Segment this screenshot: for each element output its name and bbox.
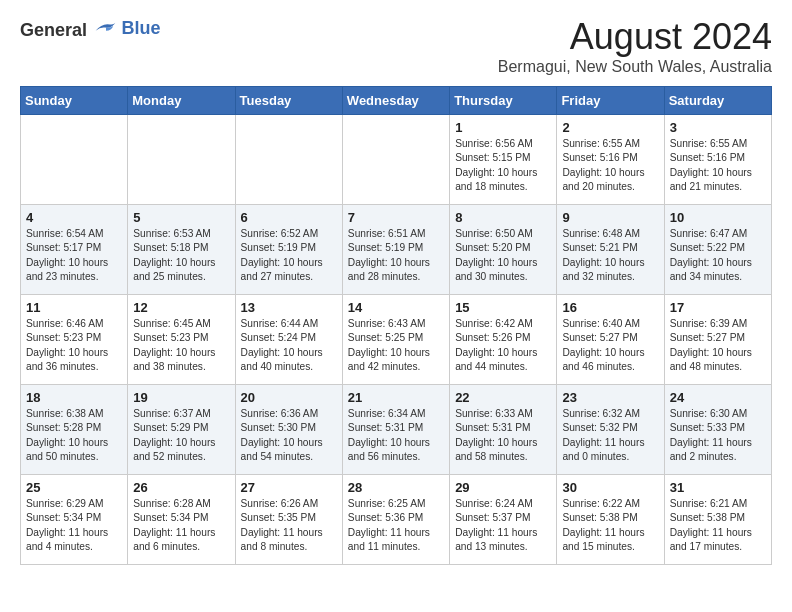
day-info: Sunrise: 6:46 AM Sunset: 5:23 PM Dayligh…	[26, 317, 122, 374]
day-info: Sunrise: 6:42 AM Sunset: 5:26 PM Dayligh…	[455, 317, 551, 374]
day-number: 7	[348, 210, 444, 225]
calendar-cell: 18Sunrise: 6:38 AM Sunset: 5:28 PM Dayli…	[21, 385, 128, 475]
day-info: Sunrise: 6:45 AM Sunset: 5:23 PM Dayligh…	[133, 317, 229, 374]
day-number: 24	[670, 390, 766, 405]
calendar-cell: 29Sunrise: 6:24 AM Sunset: 5:37 PM Dayli…	[450, 475, 557, 565]
calendar-cell: 24Sunrise: 6:30 AM Sunset: 5:33 PM Dayli…	[664, 385, 771, 475]
day-info: Sunrise: 6:53 AM Sunset: 5:18 PM Dayligh…	[133, 227, 229, 284]
day-number: 19	[133, 390, 229, 405]
calendar-cell: 4Sunrise: 6:54 AM Sunset: 5:17 PM Daylig…	[21, 205, 128, 295]
day-number: 26	[133, 480, 229, 495]
calendar-cell: 13Sunrise: 6:44 AM Sunset: 5:24 PM Dayli…	[235, 295, 342, 385]
calendar-cell	[235, 115, 342, 205]
day-info: Sunrise: 6:33 AM Sunset: 5:31 PM Dayligh…	[455, 407, 551, 464]
day-number: 6	[241, 210, 337, 225]
day-number: 16	[562, 300, 658, 315]
calendar-cell: 3Sunrise: 6:55 AM Sunset: 5:16 PM Daylig…	[664, 115, 771, 205]
day-info: Sunrise: 6:55 AM Sunset: 5:16 PM Dayligh…	[562, 137, 658, 194]
day-info: Sunrise: 6:36 AM Sunset: 5:30 PM Dayligh…	[241, 407, 337, 464]
day-info: Sunrise: 6:38 AM Sunset: 5:28 PM Dayligh…	[26, 407, 122, 464]
calendar-week-row: 4Sunrise: 6:54 AM Sunset: 5:17 PM Daylig…	[21, 205, 772, 295]
title-section: August 2024 Bermagui, New South Wales, A…	[498, 16, 772, 76]
day-info: Sunrise: 6:44 AM Sunset: 5:24 PM Dayligh…	[241, 317, 337, 374]
day-number: 9	[562, 210, 658, 225]
calendar-cell: 31Sunrise: 6:21 AM Sunset: 5:38 PM Dayli…	[664, 475, 771, 565]
logo: General Blue	[20, 16, 161, 41]
calendar-cell: 30Sunrise: 6:22 AM Sunset: 5:38 PM Dayli…	[557, 475, 664, 565]
day-number: 29	[455, 480, 551, 495]
calendar-week-row: 25Sunrise: 6:29 AM Sunset: 5:34 PM Dayli…	[21, 475, 772, 565]
col-monday: Monday	[128, 87, 235, 115]
calendar-cell: 12Sunrise: 6:45 AM Sunset: 5:23 PM Dayli…	[128, 295, 235, 385]
day-info: Sunrise: 6:24 AM Sunset: 5:37 PM Dayligh…	[455, 497, 551, 554]
day-number: 10	[670, 210, 766, 225]
day-number: 28	[348, 480, 444, 495]
day-info: Sunrise: 6:37 AM Sunset: 5:29 PM Dayligh…	[133, 407, 229, 464]
calendar-body: 1Sunrise: 6:56 AM Sunset: 5:15 PM Daylig…	[21, 115, 772, 565]
day-number: 18	[26, 390, 122, 405]
day-info: Sunrise: 6:56 AM Sunset: 5:15 PM Dayligh…	[455, 137, 551, 194]
calendar-table: Sunday Monday Tuesday Wednesday Thursday…	[20, 86, 772, 565]
col-friday: Friday	[557, 87, 664, 115]
calendar-cell	[128, 115, 235, 205]
day-info: Sunrise: 6:47 AM Sunset: 5:22 PM Dayligh…	[670, 227, 766, 284]
day-number: 22	[455, 390, 551, 405]
day-number: 1	[455, 120, 551, 135]
calendar-cell	[21, 115, 128, 205]
col-sunday: Sunday	[21, 87, 128, 115]
day-number: 3	[670, 120, 766, 135]
calendar-cell: 22Sunrise: 6:33 AM Sunset: 5:31 PM Dayli…	[450, 385, 557, 475]
day-info: Sunrise: 6:55 AM Sunset: 5:16 PM Dayligh…	[670, 137, 766, 194]
weekday-header-row: Sunday Monday Tuesday Wednesday Thursday…	[21, 87, 772, 115]
day-number: 23	[562, 390, 658, 405]
day-info: Sunrise: 6:22 AM Sunset: 5:38 PM Dayligh…	[562, 497, 658, 554]
calendar-cell: 15Sunrise: 6:42 AM Sunset: 5:26 PM Dayli…	[450, 295, 557, 385]
day-info: Sunrise: 6:28 AM Sunset: 5:34 PM Dayligh…	[133, 497, 229, 554]
location-subtitle: Bermagui, New South Wales, Australia	[498, 58, 772, 76]
day-number: 8	[455, 210, 551, 225]
col-tuesday: Tuesday	[235, 87, 342, 115]
calendar-cell: 25Sunrise: 6:29 AM Sunset: 5:34 PM Dayli…	[21, 475, 128, 565]
calendar-cell: 26Sunrise: 6:28 AM Sunset: 5:34 PM Dayli…	[128, 475, 235, 565]
day-number: 17	[670, 300, 766, 315]
day-info: Sunrise: 6:39 AM Sunset: 5:27 PM Dayligh…	[670, 317, 766, 374]
calendar-cell: 1Sunrise: 6:56 AM Sunset: 5:15 PM Daylig…	[450, 115, 557, 205]
day-info: Sunrise: 6:52 AM Sunset: 5:19 PM Dayligh…	[241, 227, 337, 284]
day-number: 27	[241, 480, 337, 495]
day-number: 20	[241, 390, 337, 405]
calendar-cell: 21Sunrise: 6:34 AM Sunset: 5:31 PM Dayli…	[342, 385, 449, 475]
month-year-title: August 2024	[498, 16, 772, 58]
calendar-week-row: 1Sunrise: 6:56 AM Sunset: 5:15 PM Daylig…	[21, 115, 772, 205]
col-saturday: Saturday	[664, 87, 771, 115]
day-number: 5	[133, 210, 229, 225]
col-thursday: Thursday	[450, 87, 557, 115]
day-number: 25	[26, 480, 122, 495]
day-number: 21	[348, 390, 444, 405]
day-info: Sunrise: 6:51 AM Sunset: 5:19 PM Dayligh…	[348, 227, 444, 284]
calendar-cell: 19Sunrise: 6:37 AM Sunset: 5:29 PM Dayli…	[128, 385, 235, 475]
logo-bird-icon	[94, 16, 118, 36]
day-number: 2	[562, 120, 658, 135]
day-info: Sunrise: 6:32 AM Sunset: 5:32 PM Dayligh…	[562, 407, 658, 464]
day-info: Sunrise: 6:48 AM Sunset: 5:21 PM Dayligh…	[562, 227, 658, 284]
day-info: Sunrise: 6:43 AM Sunset: 5:25 PM Dayligh…	[348, 317, 444, 374]
day-info: Sunrise: 6:21 AM Sunset: 5:38 PM Dayligh…	[670, 497, 766, 554]
calendar-cell: 8Sunrise: 6:50 AM Sunset: 5:20 PM Daylig…	[450, 205, 557, 295]
day-info: Sunrise: 6:29 AM Sunset: 5:34 PM Dayligh…	[26, 497, 122, 554]
day-info: Sunrise: 6:50 AM Sunset: 5:20 PM Dayligh…	[455, 227, 551, 284]
calendar-header: Sunday Monday Tuesday Wednesday Thursday…	[21, 87, 772, 115]
calendar-cell: 11Sunrise: 6:46 AM Sunset: 5:23 PM Dayli…	[21, 295, 128, 385]
logo-blue: Blue	[122, 18, 161, 38]
day-info: Sunrise: 6:34 AM Sunset: 5:31 PM Dayligh…	[348, 407, 444, 464]
calendar-cell: 6Sunrise: 6:52 AM Sunset: 5:19 PM Daylig…	[235, 205, 342, 295]
calendar-cell: 16Sunrise: 6:40 AM Sunset: 5:27 PM Dayli…	[557, 295, 664, 385]
day-info: Sunrise: 6:25 AM Sunset: 5:36 PM Dayligh…	[348, 497, 444, 554]
calendar-cell: 20Sunrise: 6:36 AM Sunset: 5:30 PM Dayli…	[235, 385, 342, 475]
day-number: 15	[455, 300, 551, 315]
page-header: General Blue August 2024 Bermagui, New S…	[20, 16, 772, 76]
day-info: Sunrise: 6:54 AM Sunset: 5:17 PM Dayligh…	[26, 227, 122, 284]
day-number: 11	[26, 300, 122, 315]
day-info: Sunrise: 6:26 AM Sunset: 5:35 PM Dayligh…	[241, 497, 337, 554]
calendar-cell: 9Sunrise: 6:48 AM Sunset: 5:21 PM Daylig…	[557, 205, 664, 295]
calendar-cell: 7Sunrise: 6:51 AM Sunset: 5:19 PM Daylig…	[342, 205, 449, 295]
